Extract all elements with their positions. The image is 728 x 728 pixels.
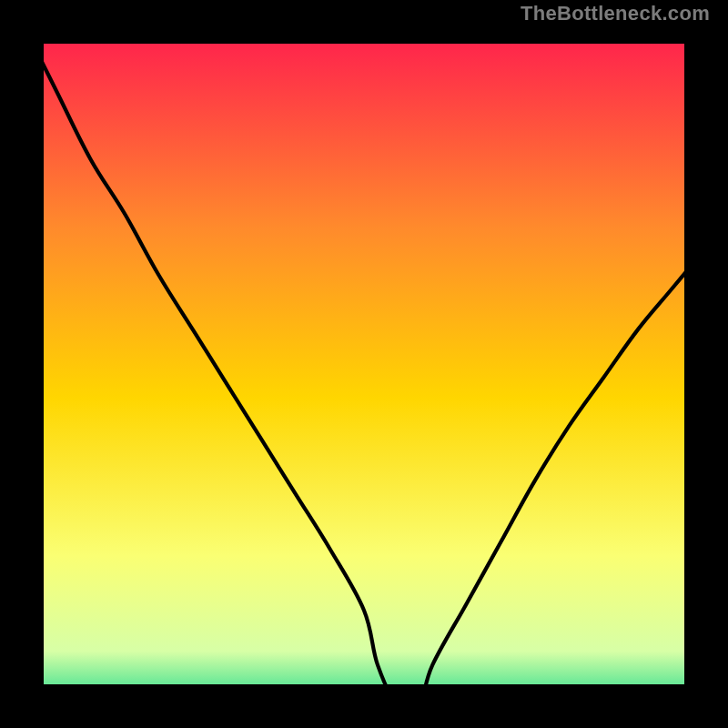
watermark-text: TheBottleneck.com xyxy=(521,2,710,25)
plot-gradient-background xyxy=(22,22,706,706)
chart-stage: TheBottleneck.com xyxy=(0,0,728,728)
bottleneck-chart xyxy=(0,0,728,728)
